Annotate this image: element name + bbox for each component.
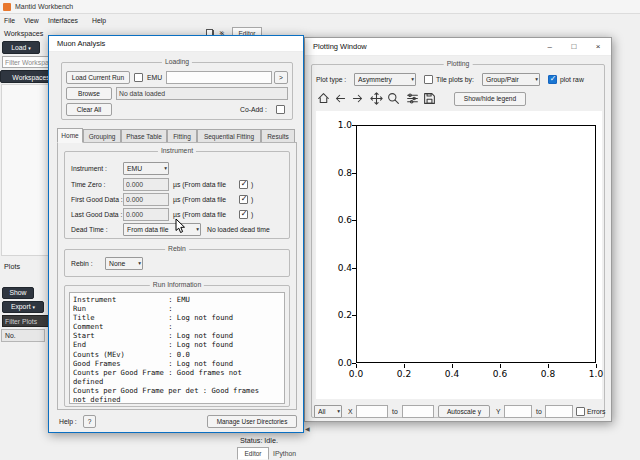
chevron-down-icon: ▾	[196, 224, 199, 235]
time-zero-field[interactable]	[123, 178, 169, 191]
last-good-paren: )	[251, 208, 253, 221]
pan-icon[interactable]	[369, 91, 385, 107]
chevron-down-icon: ▾	[337, 406, 340, 417]
first-good-data-field[interactable]	[123, 193, 169, 206]
close-icon[interactable]: ×	[587, 38, 609, 55]
manage-user-directories-button[interactable]: Manage User Directories	[207, 415, 297, 428]
menu-interfaces[interactable]: Interfaces	[48, 14, 78, 27]
workspaces-tab-label: Workspaces	[12, 74, 49, 81]
plot-raw-checkbox[interactable]: ✓	[548, 75, 557, 84]
errors-label: Errors	[587, 405, 606, 418]
export-plot-label: Export	[11, 303, 31, 310]
tab-phase-table[interactable]: Phase Table	[121, 129, 167, 143]
x-tick-label: 0.6	[487, 369, 513, 379]
maximize-icon[interactable]: □	[563, 38, 585, 55]
forward-icon[interactable]	[350, 91, 366, 107]
menu-view[interactable]: View	[24, 14, 39, 27]
loading-group: Loading Load Current Run EMU > Browse Cl…	[61, 62, 293, 120]
check-icon: ✓	[549, 74, 557, 83]
plot-selector[interactable]: All ▾	[314, 405, 342, 418]
muon-tab-bar: Home Grouping Phase Table Fitting Sequen…	[57, 128, 297, 143]
browse-button[interactable]: Browse	[66, 87, 112, 100]
time-zero-from-file-checkbox[interactable]: ✓	[239, 180, 248, 189]
x-tick-label: 0.2	[391, 369, 417, 379]
y-range-label: Y	[496, 405, 501, 418]
first-good-data-label: First Good Data :	[71, 193, 123, 206]
clear-all-button[interactable]: Clear All	[66, 103, 112, 116]
x-to-label: to	[392, 405, 398, 418]
plotting-titlebar[interactable]: Plotting Window – □ ×	[305, 38, 611, 56]
tab-results[interactable]: Results	[261, 129, 295, 143]
loaded-file-field[interactable]	[116, 87, 288, 100]
menu-file[interactable]: File	[4, 14, 15, 27]
home-tab-panel: Instrument Instrument : EMU ▾ Time Zero …	[57, 142, 297, 410]
x-tick-label: 0.4	[439, 369, 465, 379]
next-run-button[interactable]: >	[274, 71, 288, 84]
first-good-units: µs (From data file	[173, 193, 226, 206]
load-run-checkbox[interactable]	[134, 73, 143, 82]
minimize-icon[interactable]: –	[539, 38, 561, 55]
instrument-select[interactable]: EMU ▾	[123, 162, 169, 175]
back-icon[interactable]	[333, 91, 349, 107]
tab-home[interactable]: Home	[57, 128, 83, 143]
muon-titlebar[interactable]: Muon Analysis	[49, 36, 303, 52]
y-max-input[interactable]	[545, 405, 573, 418]
instrument-label: Instrument :	[71, 162, 107, 175]
dead-time-select[interactable]: From data file ▾	[123, 223, 201, 236]
rebin-value: None	[109, 258, 133, 269]
export-plot-button[interactable]: Export▾	[2, 301, 44, 313]
menu-help[interactable]: Help	[92, 14, 106, 27]
home-icon[interactable]	[316, 91, 332, 107]
co-add-checkbox[interactable]	[276, 105, 285, 114]
last-good-data-label: Last Good Data :	[71, 208, 122, 221]
first-good-from-file-checkbox[interactable]: ✓	[239, 195, 248, 204]
tab-fitting[interactable]: Fitting	[167, 129, 197, 143]
x-min-input[interactable]	[356, 405, 388, 418]
plot-type-select[interactable]: Asymmetry ▾	[354, 73, 416, 86]
x-tick-label: 0.0	[343, 369, 369, 379]
window-controls: – □ ×	[539, 38, 609, 55]
chevron-down-icon: ▾	[138, 258, 141, 269]
plot-axes[interactable]	[356, 125, 596, 363]
chevron-down-icon: ▾	[411, 74, 414, 85]
load-workspace-label: Load	[11, 44, 26, 51]
show-plot-button[interactable]: Show	[2, 287, 34, 299]
autoscale-y-button[interactable]: Autoscale y	[438, 405, 490, 418]
show-plot-label: Show	[9, 289, 26, 296]
sliders-icon[interactable]	[405, 91, 421, 107]
collapse-left-icon[interactable]: ◀	[305, 425, 310, 433]
zoom-icon[interactable]	[386, 91, 402, 107]
last-good-from-file-checkbox[interactable]: ✓	[239, 210, 248, 219]
plot-type-label: Plot type :	[316, 73, 346, 86]
load-current-run-button[interactable]: Load Current Run	[66, 71, 130, 84]
plotting-group-label: Plotting	[444, 60, 473, 67]
workspaces-title: Workspaces	[4, 27, 43, 40]
time-zero-paren: )	[251, 178, 253, 191]
last-good-data-field[interactable]	[123, 208, 169, 221]
show-hide-legend-button[interactable]: Show/hide legend	[454, 92, 526, 106]
figure-canvas[interactable]: 1.0 0.8 0.6 0.4 0.2 0.0 0.0 0.2 0.4 0.6 …	[316, 111, 602, 399]
console-tab-editor[interactable]: Editor	[237, 447, 269, 460]
console-tab-ipython[interactable]: IPython	[273, 447, 296, 460]
run-number-input[interactable]	[166, 71, 272, 84]
tab-grouping[interactable]: Grouping	[83, 129, 121, 143]
tab-sequential-fitting[interactable]: Sequential Fitting	[197, 129, 261, 143]
x-max-input[interactable]	[402, 405, 434, 418]
tile-plots-checkbox[interactable]	[424, 75, 433, 84]
y-to-label: to	[536, 405, 542, 418]
tile-by-select[interactable]: Group/Pair ▾	[482, 73, 540, 86]
load-workspace-button[interactable]: Load▾	[2, 41, 40, 54]
rebin-select[interactable]: None ▾	[105, 257, 143, 270]
co-add-label: Co-Add :	[240, 103, 267, 116]
y-min-input[interactable]	[504, 405, 532, 418]
plotting-group: Plotting Plot type : Asymmetry ▾ Tile pl…	[311, 64, 605, 418]
rebin-group: Rebin Rebin : None ▾	[64, 249, 290, 277]
help-button[interactable]: ?	[83, 415, 96, 428]
run-information-group-label: Run Information	[150, 281, 204, 288]
time-zero-units: µs (From data file	[173, 178, 226, 191]
check-icon: ✓	[240, 194, 248, 203]
first-good-paren: )	[251, 193, 253, 206]
app-title: Mantid Workbench	[15, 0, 73, 14]
save-icon[interactable]	[422, 91, 438, 107]
errors-checkbox[interactable]	[576, 407, 585, 416]
